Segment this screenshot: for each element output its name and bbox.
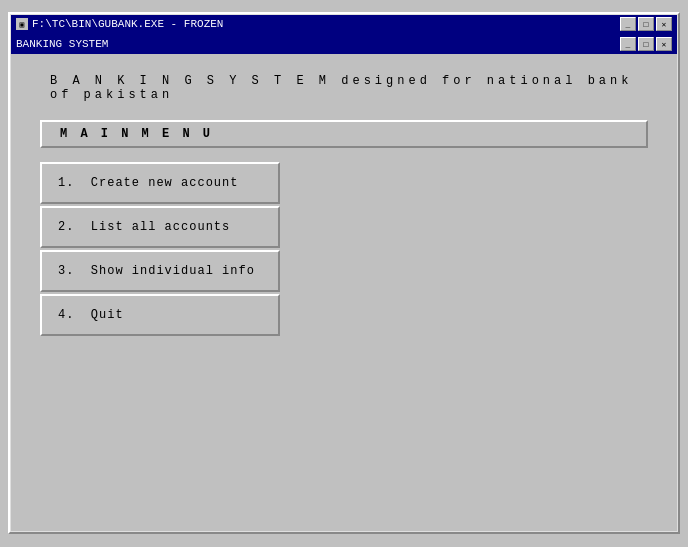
menu-item-create-account[interactable]: 1. Create new account [40, 162, 280, 204]
menu-bar: BANKING SYSTEM _ □ ✕ [10, 34, 678, 54]
menu-item-4-number: 4. [58, 308, 74, 322]
title-bar-controls: _ □ ✕ [620, 17, 672, 31]
menu-item-1-number: 1. [58, 176, 74, 190]
main-menu-label: M A I N M E N U [40, 120, 648, 148]
title-bar: ▣ F:\TC\BIN\GUBANK.EXE - FROZEN _ □ ✕ [10, 14, 678, 34]
subtitle-text: B A N K I N G S Y S T E M designed for n… [40, 74, 648, 102]
menu-item-1-label: Create new account [91, 176, 239, 190]
menu-item-3-number: 3. [58, 264, 74, 278]
menu-item-3-label: Show individual info [91, 264, 255, 278]
close-button[interactable]: ✕ [656, 17, 672, 31]
menu-minimize-button[interactable]: _ [620, 37, 636, 51]
menu-item-show-individual[interactable]: 3. Show individual info [40, 250, 280, 292]
menu-bar-label: BANKING SYSTEM [16, 38, 108, 50]
maximize-button[interactable]: □ [638, 17, 654, 31]
app-icon: ▣ [16, 18, 28, 30]
minimize-button[interactable]: _ [620, 17, 636, 31]
window-title: F:\TC\BIN\GUBANK.EXE - FROZEN [32, 18, 223, 30]
menu-item-2-label: List all accounts [91, 220, 230, 234]
menu-bar-controls: _ □ ✕ [620, 37, 672, 51]
menu-item-2-number: 2. [58, 220, 74, 234]
menu-item-list-accounts[interactable]: 2. List all accounts [40, 206, 280, 248]
window-frame: ▣ F:\TC\BIN\GUBANK.EXE - FROZEN _ □ ✕ BA… [8, 12, 680, 534]
menu-item-quit[interactable]: 4. Quit [40, 294, 280, 336]
menu-item-4-label: Quit [91, 308, 124, 322]
menu-close-button[interactable]: ✕ [656, 37, 672, 51]
content-area: B A N K I N G S Y S T E M designed for n… [10, 54, 678, 532]
title-bar-left: ▣ F:\TC\BIN\GUBANK.EXE - FROZEN [16, 18, 223, 30]
menu-maximize-button[interactable]: □ [638, 37, 654, 51]
